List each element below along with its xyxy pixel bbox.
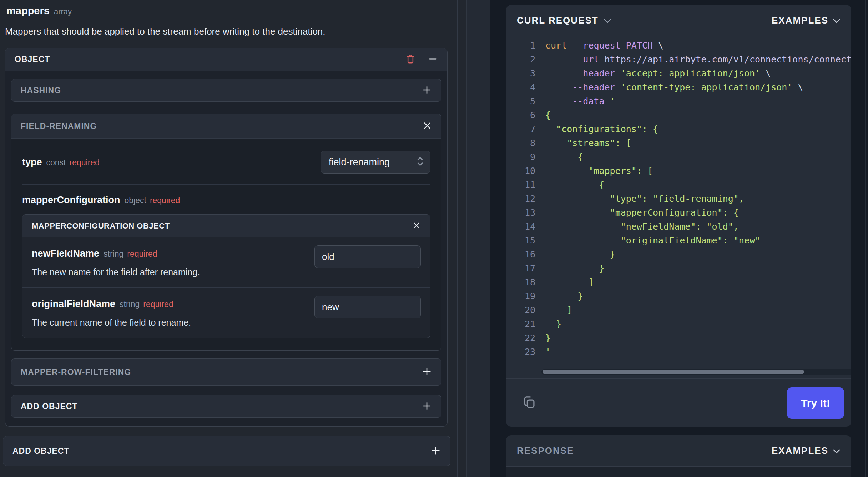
line-number: 2 — [506, 52, 535, 66]
new-field-name-required: required — [127, 249, 157, 259]
try-it-button[interactable]: Try It! — [787, 387, 844, 419]
trash-icon — [405, 54, 416, 65]
line-number: 17 — [506, 261, 535, 275]
add-object-outer-button[interactable] — [431, 446, 441, 457]
code-line: 3 --header 'accept: application/json' \ — [506, 66, 851, 80]
add-object-inner[interactable]: ADD OBJECT — [11, 395, 441, 418]
field-renaming-body: type const required field-renaming — [11, 139, 441, 338]
response-examples-dropdown[interactable]: EXAMPLES — [772, 445, 841, 456]
response-body — [506, 467, 851, 477]
minus-icon — [428, 54, 438, 65]
code-line: 4 --header 'content-type: application/js… — [506, 80, 851, 94]
curl-code-block[interactable]: 1curl --request PATCH \2 --url https://a… — [506, 39, 851, 364]
code-line: 22} — [506, 331, 851, 345]
line-number: 21 — [506, 317, 535, 331]
new-field-name: newFieldName — [32, 248, 99, 259]
field-type: array — [54, 7, 72, 16]
original-field-name-input[interactable] — [314, 296, 421, 318]
response-examples-label: EXAMPLES — [772, 445, 828, 456]
line-number: 13 — [506, 206, 535, 220]
line-number: 1 — [506, 39, 535, 52]
copy-code-button[interactable] — [522, 395, 536, 411]
expand-hashing-button[interactable] — [422, 85, 432, 96]
schema-column: mappers array Mappers that should be app… — [0, 0, 458, 477]
scrollbar-track-vertical[interactable] — [466, 0, 490, 477]
close-mapper-configuration-button[interactable] — [412, 221, 421, 231]
plus-icon — [422, 401, 432, 412]
delete-object-button[interactable] — [405, 54, 416, 65]
code-line: 6{ — [506, 108, 851, 122]
schema-field-heading: mappers array — [6, 5, 448, 17]
plus-icon — [422, 367, 432, 378]
code-line: 2 --url https://api.airbyte.com/v1/conne… — [506, 52, 851, 66]
type-select[interactable]: field-renaming — [321, 151, 430, 174]
type-field-name: type — [22, 157, 42, 168]
request-examples-dropdown[interactable]: EXAMPLES — [772, 15, 841, 26]
code-lines: 1curl --request PATCH \2 --url https://a… — [506, 39, 851, 359]
curl-request-card: CURL REQUEST EXAMPLES — [506, 5, 851, 427]
chevron-down-icon — [833, 445, 841, 456]
new-field-name-input[interactable] — [314, 245, 421, 268]
close-icon — [412, 221, 421, 231]
column-divider — [458, 0, 490, 477]
object-card-header: OBJECT — [5, 48, 447, 71]
collapse-object-button[interactable] — [428, 54, 438, 65]
code-line: 17 } — [506, 261, 851, 275]
copy-icon — [522, 395, 536, 411]
window-edge-line — [865, 0, 866, 477]
section-field-renaming: FIELD-RENAMING — [11, 114, 441, 351]
new-field-name-description: The new name for the field after renamin… — [32, 267, 314, 277]
section-mapper-row-filtering[interactable]: MAPPER-ROW-FILTERING — [11, 358, 441, 386]
code-line: 16 } — [506, 247, 851, 261]
close-icon — [423, 121, 432, 131]
original-field-name-row: originalFieldName string required The cu… — [22, 287, 430, 338]
new-field-name-row: newFieldName string required The new nam… — [22, 237, 430, 287]
object-card: OBJECT — [5, 48, 448, 427]
response-header: RESPONSE EXAMPLES — [506, 435, 851, 467]
line-number: 12 — [506, 192, 535, 206]
close-field-renaming-button[interactable] — [423, 121, 432, 131]
line-number: 5 — [506, 94, 535, 108]
object-card-body: HASHING FIELD-REN — [5, 71, 447, 426]
code-horizontal-scrollbar[interactable] — [541, 369, 851, 375]
line-number: 14 — [506, 220, 535, 234]
curl-request-dropdown[interactable]: CURL REQUEST — [517, 15, 611, 26]
mapper-configuration-required: required — [150, 196, 180, 205]
mapper-configuration-labels: mapperConfiguration object required — [22, 185, 430, 214]
curl-request-title: CURL REQUEST — [517, 15, 599, 26]
code-line: 14 "newFieldName": "old", — [506, 220, 851, 234]
expand-mapper-row-filtering-button[interactable] — [422, 367, 432, 378]
api-reference-page: mappers array Mappers that should be app… — [0, 0, 868, 477]
line-number: 3 — [506, 66, 535, 80]
chevron-down-icon — [833, 15, 841, 26]
code-line: 8 "streams": [ — [506, 136, 851, 150]
new-field-name-kind: string — [104, 249, 123, 259]
add-object-inner-button[interactable] — [422, 401, 432, 412]
response-card: RESPONSE EXAMPLES — [506, 435, 851, 477]
line-number: 19 — [506, 289, 535, 303]
new-field-name-labels: newFieldName string required — [32, 248, 314, 259]
line-number: 4 — [506, 80, 535, 94]
field-description: Mappers that should be applied to the st… — [5, 26, 448, 37]
select-stepper-icon — [415, 155, 425, 169]
line-number: 18 — [506, 275, 535, 289]
line-number: 15 — [506, 234, 535, 247]
code-line: 23' — [506, 345, 851, 359]
code-line: 21 } — [506, 317, 851, 331]
mapper-configuration-panel-title: MAPPERCONFIGURATION OBJECT — [32, 221, 170, 231]
field-name: mappers — [6, 5, 50, 17]
line-number: 9 — [506, 150, 535, 164]
field-renaming-header[interactable]: FIELD-RENAMING — [11, 114, 441, 139]
line-number: 23 — [506, 345, 535, 359]
section-hashing[interactable]: HASHING — [11, 79, 441, 102]
plus-icon — [431, 446, 441, 457]
add-object-outer[interactable]: ADD OBJECT — [3, 436, 450, 466]
code-scrollbar-thumb[interactable] — [542, 370, 804, 374]
field-renaming-label: FIELD-RENAMING — [21, 121, 97, 131]
original-field-name-kind: string — [120, 300, 140, 309]
add-object-outer-label: ADD OBJECT — [12, 446, 70, 456]
plus-icon — [422, 85, 432, 96]
line-number: 22 — [506, 331, 535, 345]
code-line: 11 { — [506, 178, 851, 192]
request-examples-label: EXAMPLES — [772, 15, 828, 26]
